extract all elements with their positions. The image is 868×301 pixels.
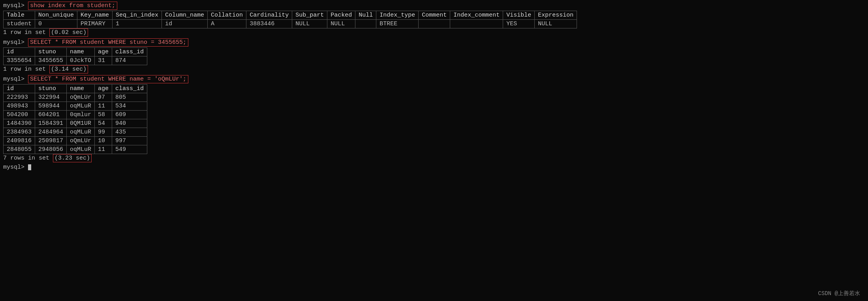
name-cell: 2409816 <box>4 137 35 145</box>
table-row: 5042006042010qmlur58609 <box>4 111 147 119</box>
prompt1: mysql> <box>3 2 28 9</box>
name-cell: 10 <box>95 137 112 145</box>
name-col-header: name <box>67 85 95 93</box>
name-cell: 54 <box>95 119 112 128</box>
name-cell: oqMLuR <box>67 145 95 154</box>
final-prompt: mysql> <box>3 164 28 171</box>
index-col-header: Sub_part <box>292 11 327 20</box>
stuno-cell: 31 <box>95 56 112 65</box>
index-col-header: Cardinality <box>246 11 292 20</box>
stuno-cell: 3455655 <box>35 56 67 65</box>
name-cell: 609 <box>112 111 147 119</box>
block3-prompt-line: mysql> SELECT * FROM student WHERE name … <box>3 75 865 83</box>
block1-result: 1 row in set (0.02 sec) <box>3 29 865 36</box>
name-cell: 2948056 <box>35 145 67 154</box>
name-cell: 2484964 <box>35 128 67 137</box>
index-cell: id <box>162 20 208 28</box>
name-col-header: class_id <box>112 85 147 93</box>
block1-command: show index from student; <box>28 2 117 10</box>
block2-prompt-line: mysql> SELECT * FROM student WHERE stuno… <box>3 38 865 47</box>
stuno-col-header: name <box>67 48 95 56</box>
index-cell: NULL <box>292 20 327 28</box>
index-col-header: Expression <box>535 11 577 20</box>
stuno-table: idstunonameageclass_id 335565434556550Jc… <box>3 47 147 65</box>
name-cell: oqMLuR <box>67 102 95 111</box>
index-cell <box>450 20 503 28</box>
name-cell: 435 <box>112 128 147 137</box>
index-table: TableNon_uniqueKey_nameSeq_in_indexColum… <box>3 11 577 28</box>
name-cell: 0qmlur <box>67 111 95 119</box>
stuno-cell: 3355654 <box>4 56 35 65</box>
name-cell: oqMLuR <box>67 128 95 137</box>
name-cell: 11 <box>95 102 112 111</box>
index-col-header: Non_unique <box>35 11 77 20</box>
index-cell: PRIMARY <box>77 20 113 28</box>
table-row: 24098162509817oQmLUr10997 <box>4 137 147 145</box>
table-row: 498943598944oqMLuR11534 <box>4 102 147 111</box>
index-cell: YES <box>503 20 535 28</box>
name-cell: 2509817 <box>35 137 67 145</box>
name-cell: 0QM1UR <box>67 119 95 128</box>
name-cell: 11 <box>95 145 112 154</box>
name-cell: 604201 <box>35 111 67 119</box>
block3-result: 7 rows in set (3.23 sec) <box>3 155 865 162</box>
name-col-header: id <box>4 85 35 93</box>
stuno-col-header: age <box>95 48 112 56</box>
block2-command: SELECT * FROM student WHERE stuno = 3455… <box>28 38 188 47</box>
index-cell <box>355 20 376 28</box>
stuno-col-header: stuno <box>35 48 67 56</box>
block3-command: SELECT * FROM student WHERE name = 'oQmL… <box>28 75 188 83</box>
name-cell: 549 <box>112 145 147 154</box>
name-cell: 2848055 <box>4 145 35 154</box>
stuno-cell: 0JckTO <box>67 56 95 65</box>
name-cell: 58 <box>95 111 112 119</box>
index-cell: NULL <box>535 20 577 28</box>
name-cell: oQmLUr <box>67 93 95 102</box>
index-col-header: Key_name <box>77 11 113 20</box>
index-cell: BTREE <box>376 20 419 28</box>
table-row: 222993322994oQmLUr97805 <box>4 93 147 102</box>
index-cell <box>419 20 450 28</box>
block1-prompt-line: mysql> show index from student; <box>3 2 865 10</box>
index-col-header: Collation <box>208 11 246 20</box>
index-cell: NULL <box>327 20 355 28</box>
index-col-header: Packed <box>327 11 355 20</box>
name-table: idstunonameageclass_id 222993322994oQmLU… <box>3 84 147 154</box>
stuno-col-header: id <box>4 48 35 56</box>
name-col-header: stuno <box>35 85 67 93</box>
name-cell: 498943 <box>4 102 35 111</box>
index-col-header: Table <box>4 11 35 20</box>
index-col-header: Visible <box>503 11 535 20</box>
index-cell: 3883446 <box>246 20 292 28</box>
prompt2: mysql> <box>3 39 28 46</box>
prompt3: mysql> <box>3 76 28 83</box>
index-col-header: Comment <box>419 11 450 20</box>
name-cell: 997 <box>112 137 147 145</box>
name-cell: 805 <box>112 93 147 102</box>
index-col-header: Index_comment <box>450 11 503 20</box>
name-cell: 1484390 <box>4 119 35 128</box>
watermark: CSDN @上善若水 <box>818 290 860 297</box>
name-cell: 940 <box>112 119 147 128</box>
name-cell: 1584391 <box>35 119 67 128</box>
cursor <box>28 164 31 170</box>
stuno-col-header: class_id <box>112 48 147 56</box>
final-prompt-line: mysql> <box>3 164 865 171</box>
name-cell: 534 <box>112 102 147 111</box>
index-cell: 0 <box>35 20 77 28</box>
stuno-cell: 874 <box>112 56 147 65</box>
table-row: 148439015843910QM1UR54940 <box>4 119 147 128</box>
name-cell: 99 <box>95 128 112 137</box>
name-cell: 222993 <box>4 93 35 102</box>
table-row: 28480552948056oqMLuR11549 <box>4 145 147 154</box>
name-cell: 322994 <box>35 93 67 102</box>
table-row: 23849632484964oqMLuR99435 <box>4 128 147 137</box>
name-cell: 97 <box>95 93 112 102</box>
index-col-header: Null <box>355 11 376 20</box>
index-cell: A <box>208 20 246 28</box>
index-cell: student <box>4 20 35 28</box>
index-col-header: Seq_in_index <box>113 11 162 20</box>
name-cell: 2384963 <box>4 128 35 137</box>
name-cell: 598944 <box>35 102 67 111</box>
name-cell: 504200 <box>4 111 35 119</box>
